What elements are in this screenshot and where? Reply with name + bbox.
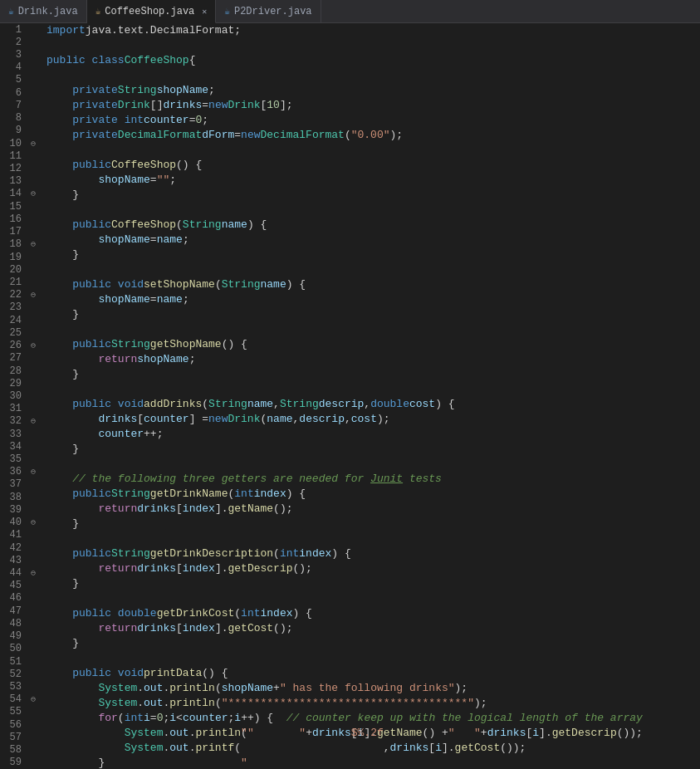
fold-marker-38 (27, 491, 40, 503)
tab-p2driver[interactable]: ☕ P2Driver.java (216, 0, 321, 22)
java-icon-2: ☕ (224, 6, 230, 17)
fold-marker-27 (27, 352, 40, 365)
line-number-59: 59 (0, 757, 27, 769)
fold-marker-56 (27, 718, 40, 731)
fold-marker-43 (27, 554, 40, 566)
fold-marker-14[interactable]: ⊖ (27, 188, 40, 200)
line-number-41: 41 (0, 529, 27, 541)
fold-marker-10[interactable]: ⊖ (27, 137, 40, 149)
line-number-24: 24 (0, 314, 27, 326)
line-number-40: 40 (0, 517, 27, 529)
line-number-10: 10 (0, 137, 27, 149)
fold-marker-32[interactable]: ⊖ (27, 415, 40, 428)
line-number-44: 44 (0, 566, 27, 579)
fold-marker-42 (27, 541, 40, 554)
code-line-38: } (47, 576, 700, 591)
fold-marker-15 (27, 200, 40, 213)
line-number-23: 23 (0, 301, 27, 314)
code-line-29: } (47, 442, 700, 457)
tab-p2driver-label: P2Driver.java (234, 6, 312, 17)
line-number-39: 39 (0, 503, 27, 516)
line-number-54: 54 (0, 693, 27, 706)
code-line-7: private int counter = 0; (47, 113, 700, 128)
code-content[interactable]: import java.text.DecimalFormat; public c… (40, 23, 700, 769)
code-line-45: System.out.println(shopName + " has the … (47, 681, 700, 696)
fold-marker-12 (27, 162, 40, 174)
fold-marker-55 (27, 706, 40, 718)
fold-marker-37 (27, 478, 40, 491)
line-number-47: 47 (0, 605, 27, 617)
fold-marker-28 (27, 365, 40, 377)
fold-marker-44[interactable]: ⊖ (27, 566, 40, 579)
line-number-37: 37 (0, 478, 27, 491)
tab-coffeeshop[interactable]: ☕ CoffeeShop.java ✕ (87, 0, 217, 23)
fold-marker-13 (27, 175, 40, 188)
code-line-11: shopName = ""; (47, 173, 700, 188)
code-line-13 (47, 203, 700, 218)
line-number-4: 4 (0, 61, 27, 74)
fold-marker-26[interactable]: ⊖ (27, 339, 40, 351)
code-line-37: return drinks[index].getDescrip(); (47, 561, 700, 576)
code-line-23: return shopName; (47, 352, 700, 367)
fold-marker-20 (27, 263, 40, 276)
fold-gutter: ⊖⊖⊖⊖⊖⊖⊖⊖⊖⊖ (27, 23, 40, 769)
line-number-26: 26 (0, 339, 27, 351)
line-number-18: 18 (0, 238, 27, 251)
code-line-33: return drinks[index].getName(); (47, 502, 700, 517)
fold-marker-50 (27, 643, 40, 655)
code-line-20: } (47, 307, 700, 322)
tab-drink[interactable]: ☕ Drink.java (0, 0, 87, 22)
line-number-48: 48 (0, 617, 27, 629)
fold-marker-7 (27, 99, 40, 111)
fold-marker-3 (27, 48, 40, 61)
fold-marker-24 (27, 314, 40, 326)
code-line-34: } (47, 517, 700, 531)
code-line-19: shopName = name; (47, 292, 700, 307)
java-icon: ☕ (8, 6, 14, 17)
code-line-30 (47, 457, 700, 472)
code-line-43 (47, 651, 700, 666)
fold-marker-49 (27, 630, 40, 643)
fold-marker-54[interactable]: ⊖ (27, 693, 40, 706)
fold-marker-30 (27, 389, 40, 402)
code-line-25 (47, 382, 700, 397)
fold-marker-23 (27, 301, 40, 314)
fold-marker-2 (27, 36, 40, 48)
line-number-14: 14 (0, 188, 27, 200)
fold-marker-6 (27, 86, 40, 99)
fold-marker-4 (27, 61, 40, 74)
line-number-9: 9 (0, 125, 27, 137)
fold-marker-1 (27, 23, 40, 36)
code-line-41: return drinks[index].getCost(); (47, 621, 700, 636)
line-number-45: 45 (0, 580, 27, 592)
fold-marker-47 (27, 605, 40, 617)
code-line-40: public double getDrinkCost(int index) { (47, 606, 700, 621)
code-line-27: drinks[counter] = new Drink(name, descri… (47, 412, 700, 427)
fold-marker-18[interactable]: ⊖ (27, 238, 40, 251)
line-number-50: 50 (0, 643, 27, 655)
fold-marker-36[interactable]: ⊖ (27, 466, 40, 478)
line-number-31: 31 (0, 403, 27, 415)
fold-marker-40[interactable]: ⊖ (27, 517, 40, 529)
line-number-25: 25 (0, 326, 27, 339)
line-number-1: 1 (0, 23, 27, 36)
line-number-30: 30 (0, 389, 27, 402)
code-line-5: private String shopName; (47, 83, 700, 98)
line-number-15: 15 (0, 200, 27, 213)
fold-marker-19 (27, 251, 40, 263)
code-line-24: } (47, 367, 700, 382)
code-line-12: } (47, 188, 700, 203)
line-number-32: 32 (0, 415, 27, 428)
coffee-icon: ☕ (95, 6, 101, 17)
code-line-17 (47, 262, 700, 277)
fold-marker-22[interactable]: ⊖ (27, 289, 40, 301)
code-line-14: public CoffeeShop(String name) { (47, 218, 700, 233)
tab-coffeeshop-close[interactable]: ✕ (202, 7, 207, 17)
line-number-28: 28 (0, 365, 27, 377)
fold-marker-59 (27, 757, 40, 769)
fold-marker-45 (27, 580, 40, 592)
code-line-49: System.out.printf(" $%.2f ", drinks[i].g… (47, 741, 700, 756)
code-line-4 (47, 68, 700, 83)
fold-marker-58 (27, 743, 40, 756)
line-number-57: 57 (0, 731, 27, 743)
